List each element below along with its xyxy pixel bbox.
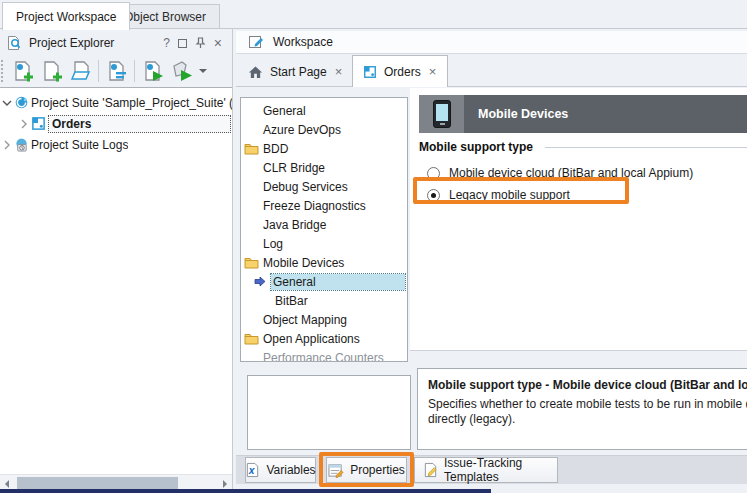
group-rule-line [545,147,747,148]
category-label: Freeze Diagnostics [263,199,366,213]
category-java-bridge[interactable]: Java Bridge [241,215,407,234]
tree-item-label: Project Suite 'Sample_Project_Suite' (1 … [31,96,232,110]
doc-tab-label: Start Page [270,65,327,79]
tab-issue-tracking-templates[interactable]: Issue-Tracking Templates [414,457,558,483]
description-line: Specifies whether to create mobile tests… [428,397,747,412]
project-explorer-title: Project Explorer [29,36,114,50]
category-label: Debug Services [263,180,348,194]
tab-label: Properties [350,463,405,477]
category-general[interactable]: General [241,101,407,120]
mobile-devices-section-header: Mobile Devices [419,95,747,133]
logs-icon [14,137,31,152]
pin-icon[interactable] [195,37,206,49]
category-label: Azure DevOps [263,123,341,137]
folder-icon [244,332,259,345]
mobile-support-type-group-label: Mobile support type [419,140,533,154]
toolbar-separator [98,60,99,82]
tab-properties[interactable]: Properties [326,457,407,483]
run-project-icon [171,60,193,82]
project-explorer-tree: Project Suite 'Sample_Project_Suite' (1 … [0,87,232,474]
tab-project-workspace-label: Project Workspace [16,10,116,24]
category-azure-devops[interactable]: Azure DevOps [241,120,407,139]
doc-tab-start-page[interactable]: Start Page × [238,57,353,86]
issue-tracking-icon [423,462,438,478]
category-log[interactable]: Log [241,234,407,253]
description-body: Specifies whether to create mobile tests… [428,397,747,427]
category-label: Open Applications [263,332,360,346]
run-project-suite-button[interactable] [138,58,167,84]
category-label: Log [263,237,283,251]
tree-item-label-selected: Orders [48,115,231,133]
home-icon [248,65,263,79]
category-clr-bridge[interactable]: CLR Bridge [241,158,407,177]
category-label: Mobile Devices [263,256,344,270]
category-freeze-diagnostics[interactable]: Freeze Diagnostics [241,196,407,215]
run-more-dropdown-icon[interactable] [199,69,207,77]
close-icon[interactable]: × [214,35,222,51]
run-project-suite-icon [142,60,164,82]
run-project-button[interactable] [167,58,196,84]
description-title: Mobile support type - Mobile device clou… [428,378,747,392]
category-label: Performance Counters [263,351,384,363]
horizontal-scrollbar[interactable] [0,474,232,490]
new-project-icon [41,60,63,82]
category-performance-counters[interactable]: Performance Counters [241,348,407,362]
panel-splitter[interactable] [232,29,233,493]
workspace-title: Workspace [273,35,333,49]
maximize-icon[interactable] [178,39,187,48]
doc-tab-baseline [236,86,747,87]
tree-item-project-suite-logs[interactable]: Project Suite Logs [0,134,232,155]
chevron-down-icon[interactable] [0,98,14,108]
project-icon [363,65,377,79]
properties-category-list: General Azure DevOps BDD CLR Bridge Debu… [240,97,408,362]
folder-icon [244,142,259,155]
scroll-right-icon[interactable] [223,480,227,488]
tree-item-orders[interactable]: Orders [0,113,232,134]
open-project-button[interactable] [66,58,95,84]
scroll-left-icon[interactable] [5,480,9,488]
new-project-button[interactable] [37,58,66,84]
category-bdd[interactable]: BDD [241,139,407,158]
description-line: directly (legacy). [428,412,747,427]
category-label: Object Mapping [263,313,347,327]
category-label: General [263,104,306,118]
scrollbar-thumb[interactable] [17,477,178,489]
tab-object-browser-label: Object Browser [124,10,206,24]
doc-tab-label: Orders [384,65,421,79]
variables-icon: x [245,462,260,478]
new-project-suite-button[interactable] [8,58,37,84]
tab-project-workspace[interactable]: Project Workspace [2,2,130,30]
current-item-arrow-icon [254,276,266,290]
tree-item-label: Project Suite Logs [31,138,128,152]
project-icon [31,116,48,131]
category-object-mapping[interactable]: Object Mapping [241,310,407,329]
properties-icon [328,463,344,478]
category-mobile-general[interactable]: General [241,272,407,291]
doc-tab-orders[interactable]: Orders × [352,55,448,87]
category-debug-services[interactable]: Debug Services [241,177,407,196]
category-label: BDD [263,142,288,156]
chevron-right-icon[interactable] [0,140,14,150]
organize-test-items-button[interactable] [102,58,131,84]
toolbar-separator [134,60,135,82]
close-tab-icon[interactable]: × [334,64,344,79]
help-button[interactable]: ? [163,36,170,50]
top-tab-bar: Project Workspace Object Browser [0,0,747,29]
project-explorer-toolbar [0,56,232,86]
toolbar-drag-handle[interactable] [1,60,6,82]
chevron-right-icon[interactable] [17,119,31,129]
organize-test-items-icon [106,60,128,82]
new-project-suite-icon [12,60,34,82]
project-explorer-window-buttons: ? × [163,31,222,55]
annotation-highlight-legacy-radio [413,177,629,204]
category-mobile-devices[interactable]: Mobile Devices [241,253,407,272]
category-open-applications[interactable]: Open Applications [241,329,407,348]
category-label: Java Bridge [263,218,326,232]
setting-description-panel: Mobile support type - Mobile device clou… [417,368,747,450]
tree-item-project-suite[interactable]: Project Suite 'Sample_Project_Suite' (1 … [0,92,232,113]
category-bitbar[interactable]: BitBar [241,291,407,310]
mobile-device-icon-cell [419,95,464,133]
tab-variables[interactable]: x Variables [245,457,316,483]
close-tab-icon[interactable]: × [428,64,438,79]
project-suite-icon [14,95,31,110]
